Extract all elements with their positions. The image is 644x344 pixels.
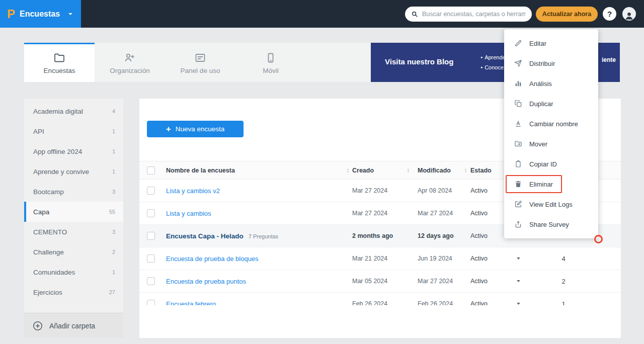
created-date: Mar 27 2024 (352, 210, 387, 217)
folder-name: Challenge (33, 248, 112, 256)
row-checkbox[interactable] (147, 187, 155, 195)
workspace-switcher[interactable]: P Encuestas (0, 0, 81, 28)
tab-label: Móvil (263, 67, 279, 74)
tab-label: Organización (110, 67, 150, 74)
tab-panel-de-uso[interactable]: Panel de uso (165, 43, 235, 82)
plus-icon: + (166, 125, 171, 133)
menu-item-view-edit-logs[interactable]: View Edit Logs (504, 194, 598, 214)
question-count: 7 Preguntas (249, 233, 278, 239)
folder-name: Bootcamp (33, 188, 112, 196)
brand-logo: P (7, 8, 15, 20)
menu-item-copiar-id[interactable]: Copiar ID (504, 154, 598, 174)
send-icon (514, 59, 522, 67)
created-date: Mar 05 2024 (352, 278, 387, 285)
folder-name: Ejercicios (33, 289, 109, 296)
organization-icon (124, 52, 136, 64)
menu-item-distribuir[interactable]: Distribuir (504, 53, 598, 73)
menu-item-cambiar-nombre[interactable]: Cambiar nombre (504, 114, 598, 134)
response-count: 1 (558, 300, 569, 306)
tab-organizacion[interactable]: Organización (95, 43, 165, 82)
created-date: Mar 27 2024 (352, 187, 387, 194)
folder-item[interactable]: Ejercicios 27 (24, 282, 123, 302)
avatar[interactable] (622, 7, 636, 21)
status-dropdown-icon[interactable] (515, 301, 522, 306)
help-button[interactable]: ? (603, 7, 616, 21)
sort-icon[interactable] (345, 167, 351, 173)
person-icon (624, 11, 634, 21)
mobile-icon (265, 52, 277, 64)
survey-link[interactable]: Lista y cambios (166, 210, 211, 217)
folder-item[interactable]: Challenge 2 (24, 242, 123, 262)
column-header-status[interactable]: Estado (470, 167, 492, 174)
folder-icon (53, 52, 65, 64)
share-icon (514, 220, 522, 228)
folder-name: Academia digital (33, 108, 112, 115)
menu-item-mover[interactable]: Mover (504, 134, 598, 154)
menu-item-analisis[interactable]: Análisis (504, 73, 598, 94)
sort-icon[interactable] (463, 167, 468, 173)
folder-item[interactable]: Comunidades 1 (24, 262, 123, 282)
status-dropdown-icon[interactable] (515, 278, 522, 285)
tab-movil[interactable]: Móvil (235, 43, 306, 82)
folder-count: 2 (112, 249, 115, 255)
row-checkbox[interactable] (147, 300, 155, 305)
new-survey-label: Nueva encuesta (176, 125, 225, 133)
menu-item-duplicar[interactable]: Duplicar (504, 94, 598, 114)
survey-link[interactable]: Encuesta febrero (166, 300, 216, 306)
folder-name: App offline 2024 (33, 148, 112, 155)
survey-name: Encuesta de prueba de bloques (166, 255, 259, 263)
folder-item[interactable]: API 1 (24, 121, 123, 141)
new-survey-button[interactable]: + Nueva encuesta (147, 121, 244, 137)
annotation-circle (594, 235, 603, 243)
chevron-down-icon (67, 11, 74, 18)
folder-item[interactable]: Academia digital 4 (24, 101, 123, 121)
status-value: Activo (470, 300, 488, 305)
tab-label: Panel de uso (181, 67, 220, 74)
status-dropdown-icon[interactable] (515, 255, 522, 262)
folder-item[interactable]: App offline 2024 1 (24, 141, 123, 161)
add-folder-label: Añadir carpeta (49, 322, 95, 330)
usage-panel-icon (194, 52, 206, 64)
survey-link[interactable]: Lista y cambios v2 (166, 187, 220, 195)
folder-count: 3 (112, 229, 115, 235)
tabs: Encuestas Organización Panel de uso Móvi… (24, 43, 306, 82)
row-checkbox[interactable] (147, 277, 155, 285)
folder-list: Academia digital 4 API 1 App offline 202… (24, 99, 123, 313)
folder-item[interactable]: Capa 55 (24, 202, 123, 222)
sort-icon[interactable] (406, 167, 411, 173)
folder-count: 1 (112, 269, 115, 275)
select-all-checkbox[interactable] (147, 166, 155, 175)
column-header-name[interactable]: Nombre de la encuesta (166, 167, 235, 174)
column-header-created[interactable]: Creado (352, 167, 374, 174)
menu-item-label: Copiar ID (529, 160, 557, 168)
survey-link[interactable]: Encuesta Capa - Helado7 Preguntas (166, 232, 278, 240)
search-input[interactable] (422, 11, 526, 18)
folder-item[interactable]: CEMENTO 3 (24, 222, 123, 242)
menu-item-eliminar[interactable]: Eliminar (504, 174, 598, 194)
folder-name: Comunidades (33, 269, 112, 276)
folder-item[interactable]: Aprende y convive 1 (24, 161, 123, 182)
survey-link[interactable]: Encuesta de prueba puntos (166, 278, 246, 285)
row-checkbox[interactable] (147, 232, 155, 240)
table-row: Encuesta febrero Feb 26 2024 Feb 26 2024… (139, 293, 621, 305)
folder-name: API (33, 128, 112, 135)
menu-item-editar[interactable]: Editar (504, 33, 598, 53)
menu-item-share-survey[interactable]: Share Survey (504, 214, 598, 234)
row-checkbox[interactable] (147, 254, 155, 263)
column-header-modified[interactable]: Modificado (418, 167, 451, 174)
survey-link[interactable]: Encuesta de prueba de bloques (166, 255, 259, 263)
update-now-button[interactable]: Actualizar ahora (536, 7, 598, 22)
folder-count: 27 (109, 289, 115, 295)
context-menu: Editar Distribuir Análisis Duplicar Camb… (504, 29, 598, 238)
add-folder-button[interactable]: Añadir carpeta (24, 313, 123, 338)
banner-title: Visita nuestro Blog (385, 57, 453, 66)
folder-item[interactable]: Bootcamp 3 (24, 182, 123, 202)
survey-name: Encuesta febrero (166, 300, 216, 306)
menu-item-label: Cambiar nombre (529, 120, 578, 128)
menu-item-label: Duplicar (529, 100, 553, 108)
response-count: 2 (558, 278, 569, 285)
tab-encuestas[interactable]: Encuestas (24, 43, 95, 82)
chart-icon (514, 79, 522, 88)
row-checkbox[interactable] (147, 209, 155, 217)
status-value: Activo (470, 278, 488, 285)
